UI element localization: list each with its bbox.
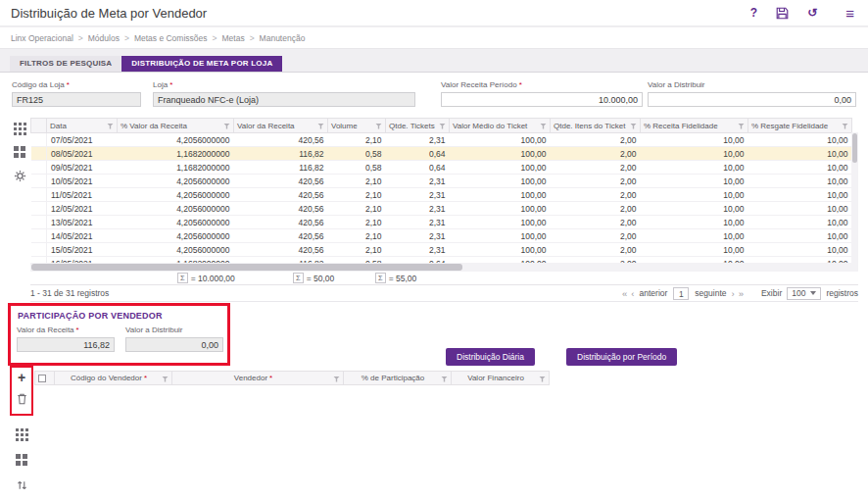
table-view-icon[interactable]	[13, 122, 26, 135]
grid1-row[interactable]: 14/05/20214,2056000000420,562,102,31100,…	[31, 229, 852, 243]
grid1-cell: 10,00	[748, 229, 852, 243]
required-asterisk: *	[169, 80, 172, 89]
loja-input[interactable]: Franqueado NFC-e (Loja)	[153, 92, 415, 107]
vendor-valor-a-distribuir-input[interactable]: 0,00	[125, 337, 223, 352]
breadcrumb-item[interactable]: Metas e Comissões	[134, 33, 208, 43]
filter-funnel-icon[interactable]	[375, 124, 382, 129]
grid1-cell: 10,00	[748, 216, 852, 229]
column-label: Data	[50, 122, 67, 130]
column-label: Valor Financeiro	[467, 374, 524, 382]
breadcrumb-item[interactable]: Módulos	[88, 33, 120, 43]
grid1-cell: 116,82	[234, 161, 328, 175]
filter-funnel-icon[interactable]	[107, 124, 114, 129]
filter-funnel-icon[interactable]	[539, 376, 546, 382]
page-size-select[interactable]: 100	[787, 287, 821, 300]
grid1-cell: 0,58	[328, 161, 386, 175]
grid1-column-header[interactable]: % Resgate Fidelidade	[748, 119, 852, 133]
grid1-cell: 10,00	[641, 216, 748, 229]
last-page-icon[interactable]: »	[739, 288, 744, 299]
vendor-valor-da-receita-input[interactable]: 116,82	[17, 337, 115, 352]
codigo-da-loja-input[interactable]: FR125	[12, 92, 141, 107]
tab-bar: FILTROS DE PESQUISA DISTRIBUIÇÃO DE META…	[10, 56, 282, 72]
grid1-cell: 13/05/2021	[47, 216, 118, 229]
first-page-icon[interactable]: «	[622, 288, 627, 299]
sort-icon[interactable]	[14, 477, 29, 493]
vendor-valor-da-receita-field: Valor da Receita* 116,82	[17, 326, 115, 352]
grid1-column-header[interactable]: % Receita Fidelidade	[641, 119, 748, 133]
grid1-cell: 10,00	[748, 243, 852, 257]
tab-filtros-de-pesquisa[interactable]: FILTROS DE PESQUISA	[10, 56, 121, 72]
table-view-icon[interactable]	[14, 426, 29, 442]
delete-vendor-button[interactable]	[14, 391, 29, 407]
filter-funnel-icon[interactable]	[441, 376, 448, 382]
summary-item: Σ= 10.000,00	[177, 273, 235, 283]
current-page-input[interactable]: 1	[673, 287, 689, 300]
menu-icon[interactable]: ≡	[845, 6, 854, 21]
grid1-column-header[interactable]: Qtde. Tickets	[386, 119, 450, 133]
grid1-column-header[interactable]: % Valor da Receita	[118, 119, 234, 133]
filter-funnel-icon[interactable]	[317, 124, 324, 129]
grid2-column-header[interactable]: Vendedor*	[172, 372, 344, 385]
select-all-checkbox[interactable]	[38, 375, 46, 382]
save-icon[interactable]	[776, 7, 789, 20]
vertical-scrollbar-thumb[interactable]	[852, 133, 857, 163]
next-page-icon[interactable]: ›	[731, 288, 734, 299]
summary-value: = 55,00	[389, 274, 417, 283]
grid2-column-header[interactable]: % de Participação	[344, 372, 452, 385]
card-view-icon[interactable]	[14, 452, 29, 468]
grid1-cell: 2,00	[551, 147, 641, 161]
valor-a-distribuir-input[interactable]: 0,00	[648, 92, 856, 107]
grid1-cell: 10,00	[641, 147, 748, 161]
distribuicao-por-periodo-button[interactable]: Distribuição por Período	[566, 348, 677, 366]
tab-distribuicao-de-meta-por-loja[interactable]: DISTRIBUIÇÃO DE META POR LOJA	[121, 56, 282, 72]
filter-funnel-icon[interactable]	[842, 124, 848, 129]
breadcrumb-separator: >	[78, 33, 83, 43]
filter-funnel-icon[interactable]	[630, 124, 637, 129]
filter-funnel-icon[interactable]	[540, 124, 547, 129]
records-info: 1 - 31 de 31 registros	[30, 288, 109, 298]
grid1-row[interactable]: 12/05/20214,2056000000420,562,102,31100,…	[31, 202, 852, 216]
grid1-row[interactable]: 13/05/20214,2056000000420,562,102,31100,…	[31, 216, 852, 229]
settings-gear-icon[interactable]	[13, 169, 26, 182]
filter-funnel-icon[interactable]	[223, 124, 230, 129]
grid1-row[interactable]: 07/05/20214,2056000000420,562,102,31100,…	[31, 133, 852, 147]
next-page-button[interactable]: seguinte	[695, 288, 726, 298]
filter-funnel-icon[interactable]	[439, 124, 446, 129]
undo-icon[interactable]: ↺	[807, 7, 817, 19]
filter-funnel-icon[interactable]	[738, 124, 745, 129]
grid1-column-header[interactable]: Data	[47, 119, 118, 133]
grid2-column-header[interactable]: Código do Vendedor*	[55, 372, 172, 385]
grid1-column-header[interactable]: Volume	[328, 119, 386, 133]
grid1-row[interactable]: 11/05/20214,2056000000420,562,102,31100,…	[31, 188, 852, 202]
grid1-row[interactable]: 15/05/20214,2056000000420,562,102,31100,…	[31, 243, 852, 257]
grid1-row[interactable]: 09/05/20211,1682000000116,820,580,64100,…	[31, 161, 852, 175]
distribuicao-diaria-button[interactable]: Distribuição Diária	[446, 348, 535, 366]
row-selector-cell	[31, 188, 47, 202]
grid1-column-header[interactable]: Valor da Receita	[234, 119, 328, 133]
card-view-icon[interactable]	[13, 145, 26, 159]
grid1-column-header[interactable]: Valor Médio do Ticket	[450, 119, 551, 133]
grid1-cell: 1,1682000000	[118, 161, 234, 175]
grid2-column-header[interactable]: Valor Financeiro	[452, 372, 550, 385]
add-vendor-button[interactable]: +	[14, 370, 29, 385]
filter-funnel-icon[interactable]	[162, 376, 169, 382]
grid1-cell: 2,00	[551, 175, 641, 188]
prev-page-icon[interactable]: ‹	[631, 288, 634, 299]
daily-goals-grid: Data% Valor da ReceitaValor da ReceitaVo…	[30, 118, 858, 263]
prev-page-button[interactable]: anterior	[640, 288, 668, 298]
grid1-row[interactable]: 10/05/20214,2056000000420,562,102,31100,…	[31, 175, 852, 188]
grid1-cell: 10,00	[748, 133, 852, 147]
breadcrumb-item[interactable]: Linx Operacional	[11, 33, 73, 43]
vendor-valor-a-distribuir-field: Valor a Distribuir 0,00	[125, 326, 223, 352]
breadcrumb-item[interactable]: Metas	[221, 33, 244, 43]
grid1-row[interactable]: 08/05/20211,1682000000116,820,580,64100,…	[31, 147, 852, 161]
grid1-cell: 2,10	[328, 175, 386, 188]
grid1-column-header[interactable]: Qtde. Itens do Ticket	[551, 119, 641, 133]
help-icon[interactable]: ?	[750, 7, 757, 19]
valor-receita-periodo-input[interactable]: 10.000,00	[441, 92, 643, 107]
breadcrumb-item[interactable]: Manutenção	[260, 33, 306, 43]
breadcrumb-separator: >	[124, 33, 129, 43]
grid1-cell: 2,10	[328, 188, 386, 202]
filter-funnel-icon[interactable]	[333, 376, 340, 382]
horizontal-scrollbar-thumb[interactable]	[31, 264, 462, 271]
